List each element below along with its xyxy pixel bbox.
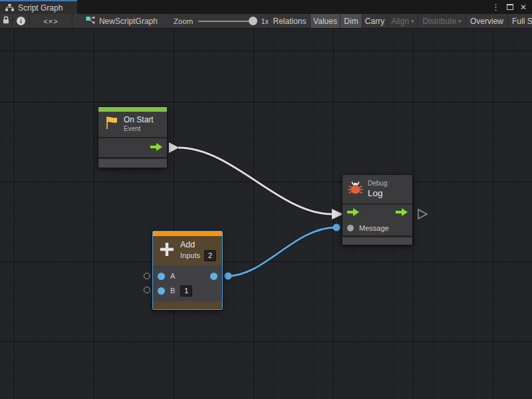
value-wire-start-cap[interactable] [225,273,232,280]
add-port-b-external-port[interactable] [144,287,150,293]
add-output-port[interactable] [210,273,217,280]
add-inputs-count-field[interactable]: 2 [204,250,216,261]
info-icon: i [17,17,25,25]
tab-script-graph[interactable]: Script Graph [0,0,77,14]
tab-title: Script Graph [18,3,63,13]
tab-bar: Script Graph ⋮ ✕ [0,0,532,14]
on-start-accent-bar [98,107,167,112]
graph-asset-icon [86,15,95,27]
dim-button[interactable]: Dim [340,14,362,28]
graph-toolbar: i <×> NewScriptGraph Zoom 1x [0,14,532,29]
script-graph-window: Script Graph ⋮ ✕ i <×> [0,0,532,399]
graph-name-label: NewScriptGraph [99,17,158,26]
zoom-label: Zoom [174,17,193,25]
fullscreen-button[interactable]: Full S [508,14,532,28]
align-label: Align [391,17,409,26]
on-start-subtitle: Event [124,125,154,134]
window-controls: ⋮ ✕ [491,0,532,14]
zoom-control: Zoom 1x [174,14,269,28]
distribute-label: Distribute [422,17,456,26]
close-icon[interactable]: ✕ [520,3,527,11]
add-port-a-external-port[interactable] [144,273,150,279]
add-title: Add [180,240,216,251]
menu-icon[interactable]: ⋮ [491,3,500,11]
flag-icon [104,115,119,133]
add-port-b-label: B [170,287,175,295]
add-port-a-label: A [170,272,175,280]
carry-label: Carry [365,17,384,26]
zoom-slider-handle[interactable] [249,17,257,25]
code-literal-icon: <×> [43,17,58,25]
on-start-title: On Start [124,115,154,125]
on-start-footer [98,159,167,168]
chevron-down-icon: ▾ [411,18,414,25]
node-debug-log[interactable]: Debug Log [342,174,413,245]
lock-button[interactable] [0,14,13,28]
debug-log-body: Message [342,205,412,235]
relations-label: Relations [273,17,306,26]
bug-icon [348,180,363,198]
log-input-flow-port[interactable] [347,207,359,219]
add-footer [153,301,222,309]
org-chart-icon [5,2,14,14]
add-accent-bar [153,231,222,236]
value-wire-shadow [228,227,336,276]
info-button[interactable]: i [13,14,30,28]
carry-button[interactable]: Carry [362,14,388,28]
message-port-label: Message [359,224,389,232]
chevron-down-icon: ▾ [458,18,462,25]
values-button[interactable]: Values [311,14,340,28]
value-wire-end-cap[interactable] [333,224,340,231]
message-port[interactable] [347,225,354,231]
overview-button[interactable]: Overview [466,14,508,28]
node-on-start[interactable]: On Start Event [98,106,168,168]
zoom-slider[interactable] [198,21,255,22]
flow-wire[interactable] [178,148,332,214]
distribute-button[interactable]: Distribute ▾ [418,14,466,28]
add-port-a[interactable] [158,273,165,280]
debug-log-surtitle: Debug [368,180,387,188]
dim-label: Dim [344,17,358,26]
values-label: Values [313,17,337,26]
zoom-value: 1x [261,17,269,25]
on-start-header[interactable]: On Start Event [98,112,167,137]
debug-log-footer [342,237,412,245]
relations-button[interactable]: Relations [269,14,311,28]
align-button[interactable]: Align ▾ [388,14,418,28]
log-output-flow-port[interactable] [418,209,427,219]
node-add[interactable]: Add Inputs 2 A B 1 [152,231,223,310]
debug-log-header[interactable]: Debug Log [342,175,412,203]
graph-name-group[interactable]: NewScriptGraph [86,14,158,28]
maximize-icon[interactable] [507,4,513,10]
on-start-body [98,138,167,157]
add-port-b-value-field[interactable]: 1 [180,285,192,297]
add-inputs-label: Inputs [180,251,200,261]
graph-canvas[interactable]: On Start Event [0,29,532,399]
add-body: A B 1 [153,265,222,301]
fullscreen-label: Full S [512,17,532,26]
wire-layer [0,29,532,399]
on-start-output-flow-port[interactable] [150,142,162,154]
toolbar-right-group: Relations Values Dim Carry Align ▾ Distr… [269,14,532,28]
overview-label: Overview [470,17,503,26]
debug-log-title: Log [368,188,387,200]
flow-wire-start-arrow[interactable] [169,142,179,153]
code-literal-button[interactable]: <×> [30,14,72,28]
add-header[interactable]: Add Inputs 2 [153,236,222,265]
add-port-b[interactable] [158,287,165,295]
lock-icon [2,15,10,27]
plus-icon [158,241,176,261]
log-output-flow-port-inner[interactable] [396,207,408,219]
